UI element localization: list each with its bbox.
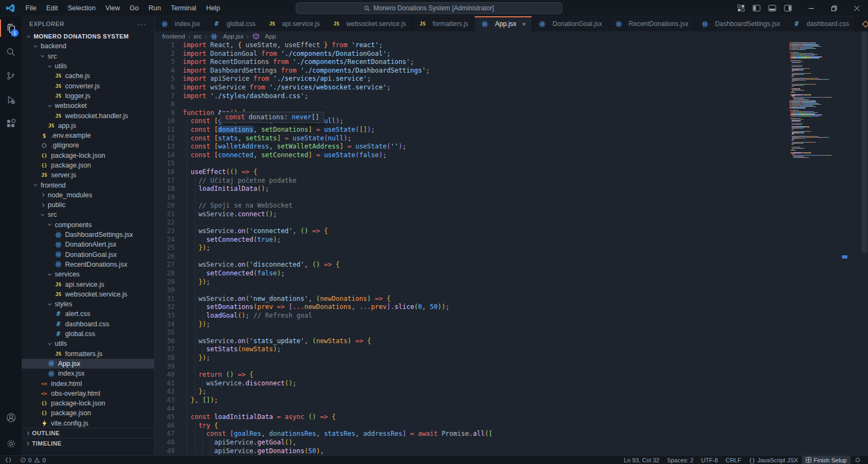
tab-dashboard-css[interactable]: #dashboard.css <box>787 16 856 31</box>
tree-item-index-jsx[interactable]: index.jsx <box>22 369 154 378</box>
code-line-49[interactable]: 49apiService.getDonations(50), <box>155 447 868 456</box>
code-line-40[interactable]: 40return () => { <box>155 371 868 379</box>
status-finish-setup[interactable]: Finish Setup <box>802 456 851 464</box>
tree-item--gitignore[interactable]: .gitignore <box>22 140 154 150</box>
tree-item-websocket-handler-js[interactable]: JSwebsocket.handler.js <box>22 111 154 120</box>
tree-item-websocket-service-js[interactable]: JSwebsocket.service.js <box>22 289 154 299</box>
menu-help[interactable]: Help <box>201 4 225 12</box>
tab-api-service-js[interactable]: JSapi.service.js <box>262 16 326 31</box>
code-line-3[interactable]: 3import RecentDonations from './componen… <box>155 58 868 67</box>
status-crlf[interactable]: CRLF <box>722 456 745 464</box>
open-changes-icon[interactable] <box>862 21 868 28</box>
code-line-42[interactable]: 42}; <box>155 388 868 396</box>
code-line-22[interactable]: 22 <box>155 218 868 227</box>
tree-item-utils[interactable]: utils <box>22 339 154 349</box>
tree-item-donationalert-jsx[interactable]: DonationAlert.jsx <box>22 240 154 249</box>
code-editor[interactable]: 1import React, { useState, useEffect } f… <box>155 41 868 455</box>
tab-websocket-service-js[interactable]: JSwebsocket.service.js <box>326 16 412 31</box>
status-bell[interactable] <box>851 456 865 464</box>
code-line-30[interactable]: 30 <box>155 286 868 295</box>
code-line-29[interactable]: 29}); <box>155 278 868 287</box>
breadcrumb-app-jsx[interactable]: App.jsx <box>210 33 244 40</box>
status-ln-93-col-32[interactable]: Ln 93, Col 32 <box>620 456 663 464</box>
tree-item-server-js[interactable]: JSserver.js <box>22 170 154 180</box>
code-line-18[interactable]: 18loadInitialData(); <box>155 185 868 194</box>
menu-edit[interactable]: Edit <box>41 4 63 12</box>
code-line-14[interactable]: 14const [connected, setConnected] = useS… <box>155 151 868 160</box>
account-icon[interactable] <box>0 405 22 429</box>
code-line-47[interactable]: 47const [goalRes, donationsRes, statsRes… <box>155 430 868 439</box>
restore-button[interactable] <box>822 0 845 16</box>
tree-item-dashboard-css[interactable]: #dashboard.css <box>22 319 154 329</box>
tree-item-app-js[interactable]: JSapp.js <box>22 121 154 131</box>
code-line-5[interactable]: 5import apiService from './services/api.… <box>155 75 868 83</box>
explorer-more-actions-icon[interactable]: ··· <box>138 20 146 28</box>
tree-item-node-modules[interactable]: node_modules <box>22 190 154 200</box>
tree-item-api-service-js[interactable]: JSapi.service.js <box>22 279 154 289</box>
tree-item-app-jsx[interactable]: App.jsx <box>22 359 154 369</box>
code-line-25[interactable]: 25}); <box>155 244 868 253</box>
code-line-43[interactable]: 43}, []); <box>155 396 868 405</box>
tree-item-formatters-js[interactable]: JSformatters.js <box>22 349 154 359</box>
code-line-37[interactable]: 37setStats(newStats); <box>155 345 868 354</box>
code-line-45[interactable]: 45const loadInitialData = async () => { <box>155 413 868 422</box>
code-line-41[interactable]: 41wsService.disconnect(); <box>155 379 868 388</box>
tree-item-utils[interactable]: utils <box>22 61 154 71</box>
code-line-17[interactable]: 17// Učitaj početne podatke <box>155 177 868 185</box>
code-line-23[interactable]: 23wsService.on('connected', () => { <box>155 227 868 236</box>
tree-item-websocket[interactable]: websocket <box>22 101 154 111</box>
menu-go[interactable]: Go <box>125 4 144 12</box>
menu-selection[interactable]: Selection <box>63 4 100 12</box>
code-line-1[interactable]: 1import React, { useState, useEffect } f… <box>155 41 868 50</box>
menu-terminal[interactable]: Terminal <box>166 4 201 12</box>
problems-indicator[interactable]: 0 0 <box>16 456 49 464</box>
toggle-sidebar-icon[interactable] <box>752 4 761 12</box>
code-line-35[interactable]: 35 <box>155 328 868 337</box>
tree-item-services[interactable]: services <box>22 269 154 279</box>
source-control-icon[interactable] <box>0 64 22 88</box>
tree-item-package-json[interactable]: {}package.json <box>22 160 154 170</box>
tab-global-css[interactable]: #global.css <box>207 16 262 31</box>
code-line-46[interactable]: 46try { <box>155 422 868 430</box>
tree-item-monero-donations-system[interactable]: MONERO DONATIONS SYSTEM <box>22 31 154 41</box>
extensions-icon[interactable] <box>0 112 22 136</box>
tree-item-backend[interactable]: backend <box>22 41 154 51</box>
tree-item-dashboardsettings-jsx[interactable]: DashboardSettings.jsx <box>22 230 154 240</box>
editor-scrollbar[interactable] <box>861 31 867 253</box>
code-line-12[interactable]: 12const [stats, setStats] = useState(nul… <box>155 134 868 143</box>
run-debug-icon[interactable] <box>0 88 22 112</box>
tree-item-styles[interactable]: styles <box>22 299 154 309</box>
status-javascript-jsx[interactable]: {}JavaScript JSX <box>745 456 802 464</box>
code-line-27[interactable]: 27wsService.on('disconnected', () => { <box>155 261 868 269</box>
code-line-39[interactable]: 39 <box>155 363 868 371</box>
code-line-28[interactable]: 28setConnected(false); <box>155 269 868 278</box>
tab-donationgoal-jsx[interactable]: DonationGoal.jsx <box>532 16 608 31</box>
close-window-button[interactable] <box>845 0 868 16</box>
code-line-13[interactable]: 13const [walletAddress, setWalletAddress… <box>155 143 868 151</box>
tree-item-cache-js[interactable]: JScache.js <box>22 71 154 81</box>
tree-item-vite-config-js[interactable]: vite.config.js <box>22 418 154 428</box>
code-line-34[interactable]: 34}); <box>155 320 868 329</box>
customize-layout-icon[interactable] <box>737 4 745 12</box>
code-line-36[interactable]: 36wsService.on('stats_update', (newStats… <box>155 337 868 346</box>
code-line-8[interactable]: 8 <box>155 100 868 109</box>
tree-item-index-html[interactable]: <>index.html <box>22 378 154 388</box>
code-line-44[interactable]: 44 <box>155 405 868 414</box>
tab-recentdonations-jsx[interactable]: RecentDonations.jsx <box>609 16 695 31</box>
section-outline[interactable]: OUTLINE <box>22 428 154 438</box>
section-timeline[interactable]: TIMELINE <box>22 438 154 448</box>
tree-item-alert-css[interactable]: #alert.css <box>22 309 154 319</box>
close-tab-icon[interactable]: × <box>522 20 526 28</box>
tree-item-src[interactable]: src <box>22 51 154 61</box>
status-utf-8[interactable]: UTF-8 <box>697 456 722 464</box>
code-line-21[interactable]: 21wsService.connect(); <box>155 210 868 219</box>
breadcrumb-app[interactable]: App <box>252 33 276 40</box>
code-line-2[interactable]: 2import DonationGoal from './components/… <box>155 50 868 59</box>
code-line-48[interactable]: 48apiService.getGoal(), <box>155 439 868 447</box>
search-icon[interactable] <box>0 40 22 64</box>
code-line-26[interactable]: 26 <box>155 253 868 261</box>
tree-item-donationgoal-jsx[interactable]: DonationGoal.jsx <box>22 250 154 260</box>
code-line-6[interactable]: 6import wsService from './services/webso… <box>155 83 868 92</box>
explorer-icon[interactable]: 1 <box>0 16 22 40</box>
settings-gear-icon[interactable] <box>0 431 22 455</box>
